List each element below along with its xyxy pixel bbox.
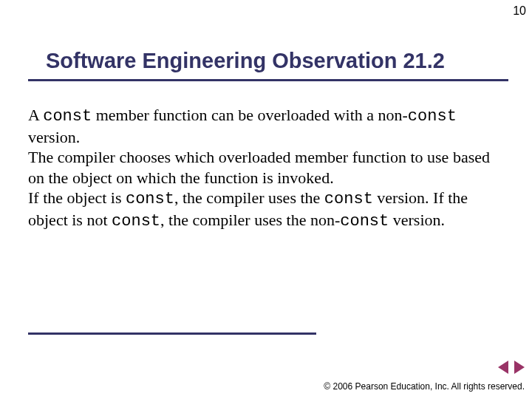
body-text-fragment: If the object is — [28, 188, 126, 207]
body-text-fragment: , the compiler uses the — [174, 188, 324, 207]
triangle-right-icon[interactable] — [514, 361, 525, 374]
keyword-const: const — [126, 190, 174, 208]
bottom-rule — [28, 332, 316, 335]
keyword-const: const — [112, 212, 160, 231]
body-text-fragment: member function can be overloaded with a… — [92, 106, 408, 124]
copyright-footer: © 2006 Pearson Education, Inc. All right… — [324, 381, 525, 392]
keyword-const: const — [340, 212, 389, 231]
slide-title: Software Engineering Observation 21.2 — [46, 49, 532, 73]
body-text-fragment: version. — [28, 128, 80, 146]
triangle-left-icon[interactable] — [498, 361, 508, 374]
body-text-fragment: , the compiler uses the non- — [160, 211, 340, 229]
body-text-fragment: version. — [389, 211, 445, 229]
keyword-const: const — [43, 107, 92, 126]
keyword-const: const — [324, 190, 373, 208]
keyword-const: const — [408, 107, 457, 126]
title-underline — [28, 79, 508, 81]
body-text-fragment: A — [28, 106, 43, 124]
slide-body: A const member function can be overloade… — [28, 105, 504, 231]
slide-nav — [495, 361, 525, 377]
page-number: 10 — [513, 4, 526, 18]
body-text-fragment: The compiler chooses which overloaded me… — [28, 148, 490, 187]
